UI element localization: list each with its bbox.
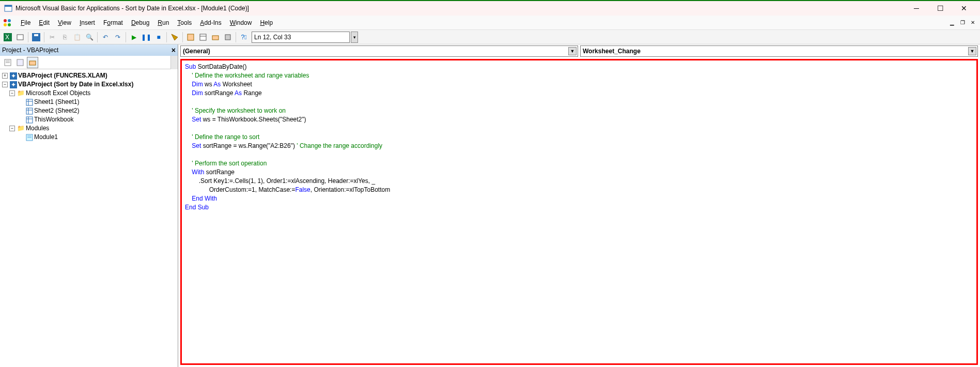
chevron-down-icon[interactable]: ▼ xyxy=(568,47,577,55)
tree-folder-modules[interactable]: − 📁 Modules xyxy=(9,124,177,133)
separator xyxy=(166,32,167,42)
cut-icon[interactable]: ✂ xyxy=(46,32,58,43)
help-icon[interactable]: ?⃝ xyxy=(238,32,250,43)
view-code-icon[interactable] xyxy=(2,57,13,68)
main-split: Project - VBAProject × + ✦ VBAProject (F… xyxy=(0,44,980,367)
paste-icon[interactable]: 📋 xyxy=(71,32,83,43)
menu-insert[interactable]: Insert xyxy=(75,17,99,28)
svg-rect-1 xyxy=(5,5,12,7)
separator xyxy=(182,32,183,42)
svg-text:X: X xyxy=(5,34,9,41)
separator xyxy=(97,32,98,42)
menu-tools[interactable]: Tools xyxy=(173,17,196,28)
project-explorer-icon[interactable] xyxy=(185,32,196,43)
minimize-button[interactable]: ─ xyxy=(905,1,928,16)
toggle-folders-icon[interactable] xyxy=(27,57,38,68)
toolbar-dropdown-handle[interactable]: ▾ xyxy=(351,32,358,43)
svg-rect-29 xyxy=(26,108,33,114)
svg-point-2 xyxy=(4,19,7,22)
tree-sheet1[interactable]: Sheet1 (Sheet1) xyxy=(26,98,177,106)
collapse-icon[interactable]: − xyxy=(2,82,8,87)
expand-icon[interactable]: + xyxy=(2,73,8,79)
close-button[interactable]: ✕ xyxy=(952,1,976,16)
tree-project-sortbydate[interactable]: − ✦ VBAProject (Sort by Date in Excel.xl… xyxy=(2,80,177,89)
project-explorer-close[interactable]: × xyxy=(172,46,176,54)
svg-rect-16 xyxy=(225,35,230,40)
run-icon[interactable]: ▶ xyxy=(128,32,139,43)
mdi-close[interactable]: ✕ xyxy=(969,19,977,27)
worksheet-icon xyxy=(26,108,33,115)
svg-rect-20 xyxy=(17,59,23,66)
folder-icon: 📁 xyxy=(17,89,25,98)
tree-project-funcres[interactable]: + ✦ VBAProject (FUNCRES.XLAM) xyxy=(2,71,177,80)
worksheet-icon xyxy=(26,99,33,106)
project-tree[interactable]: + ✦ VBAProject (FUNCRES.XLAM) − ✦ VBAPro… xyxy=(0,69,178,367)
copy-icon[interactable]: ⎘ xyxy=(59,32,70,43)
mdi-restore[interactable]: ❐ xyxy=(958,19,967,27)
tree-label: Sheet2 (Sheet2) xyxy=(34,106,79,115)
procedure-dropdown-value: Worksheet_Change xyxy=(583,48,641,55)
menu-file[interactable]: File xyxy=(17,17,35,28)
reset-icon[interactable]: ■ xyxy=(153,32,164,43)
redo-icon[interactable]: ↷ xyxy=(112,32,123,43)
code-content[interactable]: Sub SortDataByDate() ' Define the worksh… xyxy=(185,63,973,212)
save-icon[interactable] xyxy=(30,32,42,43)
svg-rect-32 xyxy=(26,117,33,123)
view-object-icon[interactable] xyxy=(14,57,26,68)
maximize-button[interactable]: ☐ xyxy=(928,1,952,16)
undo-icon[interactable]: ↶ xyxy=(100,32,111,43)
tree-thisworkbook[interactable]: ThisWorkbook xyxy=(26,115,177,124)
module-icon xyxy=(26,134,33,141)
vba-menu-icon xyxy=(2,18,12,28)
procedure-dropdown[interactable]: Worksheet_Change ▼ xyxy=(580,45,978,57)
collapse-icon[interactable]: − xyxy=(9,90,15,96)
window-title: Microsoft Visual Basic for Applications … xyxy=(15,5,905,12)
toolbox-icon[interactable] xyxy=(222,32,234,43)
project-toolbar xyxy=(0,56,178,69)
chevron-down-icon[interactable]: ▼ xyxy=(968,47,976,55)
separator xyxy=(126,32,126,42)
menu-window[interactable]: Window xyxy=(226,17,256,28)
separator xyxy=(44,32,44,42)
svg-rect-21 xyxy=(29,61,36,65)
object-dropdown-value: (General) xyxy=(183,48,210,55)
menu-debug[interactable]: Debug xyxy=(127,17,153,28)
vba-app-icon xyxy=(4,4,12,12)
code-area: (General) ▼ Worksheet_Change ▼ Sub SortD… xyxy=(178,44,980,367)
tree-folder-excel-objects[interactable]: − 📁 Microsoft Excel Objects xyxy=(9,89,177,98)
menu-addins[interactable]: Add-Ins xyxy=(196,17,225,28)
design-mode-icon[interactable] xyxy=(169,32,180,43)
menu-format[interactable]: Format xyxy=(99,17,127,28)
menu-run[interactable]: Run xyxy=(153,17,173,28)
collapse-icon[interactable]: − xyxy=(9,126,15,131)
find-icon[interactable]: 🔍 xyxy=(84,32,95,43)
tree-label: Microsoft Excel Objects xyxy=(26,89,90,98)
svg-rect-10 xyxy=(34,34,38,36)
mdi-minimize[interactable]: ▁ xyxy=(948,19,956,27)
code-editor[interactable]: Sub SortDataByDate() ' Define the worksh… xyxy=(180,59,978,365)
menu-edit[interactable]: Edit xyxy=(35,17,54,28)
break-icon[interactable]: ❚❚ xyxy=(141,32,152,43)
vba-project-icon: ✦ xyxy=(10,81,17,88)
window-controls: ─ ☐ ✕ xyxy=(905,1,976,16)
view-excel-icon[interactable]: X xyxy=(2,32,13,43)
insert-item-icon[interactable] xyxy=(14,32,26,43)
project-explorer-header: Project - VBAProject × xyxy=(0,44,178,56)
svg-text:✦: ✦ xyxy=(11,72,16,80)
tree-module1[interactable]: Module1 xyxy=(26,133,177,142)
project-explorer-title: Project - VBAProject xyxy=(2,47,58,54)
code-dropdowns: (General) ▼ Worksheet_Change ▼ xyxy=(178,45,980,57)
menu-help[interactable]: Help xyxy=(256,17,277,28)
svg-marker-11 xyxy=(172,34,178,40)
menu-view[interactable]: View xyxy=(54,17,75,28)
mdi-controls: ▁ ❐ ✕ xyxy=(948,19,977,27)
tree-sheet2[interactable]: Sheet2 (Sheet2) xyxy=(26,106,177,115)
object-browser-icon[interactable] xyxy=(210,32,221,43)
svg-text:✦: ✦ xyxy=(11,81,16,88)
separator xyxy=(28,32,28,42)
svg-rect-12 xyxy=(188,34,194,40)
object-dropdown[interactable]: (General) ▼ xyxy=(180,45,578,57)
properties-icon[interactable] xyxy=(197,32,209,43)
svg-rect-8 xyxy=(17,35,23,40)
project-explorer: Project - VBAProject × + ✦ VBAProject (F… xyxy=(0,44,178,367)
